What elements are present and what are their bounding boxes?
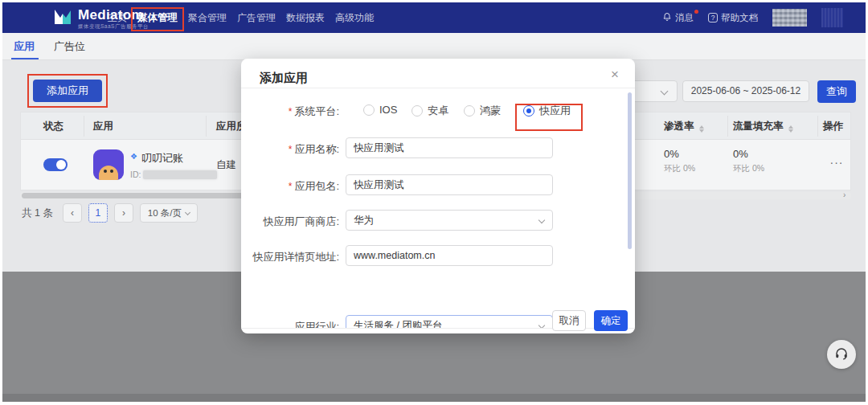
platform-label: *系统平台: xyxy=(289,104,339,119)
app-name-input[interactable] xyxy=(346,137,553,158)
col-fill-rate[interactable]: 流量填充率 xyxy=(733,112,793,140)
top-nav: Mediatom 媒体变现SaaS广告服务平台 主页 媒体管理 聚合管理 广告管… xyxy=(2,2,866,33)
prev-page-button[interactable]: ‹ xyxy=(63,203,82,223)
add-app-modal: 添加应用 × *系统平台: IOS 安卓 鸿蒙 快应用 *应用名 xyxy=(241,59,635,333)
pagination: 共 1 条 ‹ 1 › 10 条/页 xyxy=(22,203,198,223)
question-icon: ? xyxy=(708,13,718,22)
penetration-cell: 0% 环比 0% xyxy=(664,148,695,174)
package-input[interactable] xyxy=(346,174,553,195)
store-label: 快应用厂商商店: xyxy=(263,215,339,229)
owner-value: 自建 xyxy=(216,158,236,172)
nav-item-reports[interactable]: 数据报表 xyxy=(286,11,325,25)
col-penetration[interactable]: 渗透率 xyxy=(664,112,704,140)
chevron-down-icon xyxy=(661,88,669,96)
nav-menu: 主页 媒体管理 聚合管理 广告管理 数据报表 高级功能 xyxy=(108,2,374,33)
radio-icon xyxy=(363,104,375,116)
active-tab-underline xyxy=(11,58,39,59)
add-app-button[interactable]: 添加应用 xyxy=(33,80,102,102)
messages-button[interactable]: 消息 xyxy=(662,12,694,24)
store-select[interactable]: 华为 xyxy=(346,210,553,231)
total-count-label: 共 1 条 xyxy=(22,207,53,220)
app-name-label: *应用名称: xyxy=(289,142,339,157)
quickapp-icon: ❖ xyxy=(130,152,137,161)
modal-body: *系统平台: IOS 安卓 鸿蒙 快应用 *应用名称: *应用包名: xyxy=(241,88,635,328)
app-icon xyxy=(93,149,124,180)
cancel-button[interactable]: 取消 xyxy=(552,310,586,331)
scroll-right-icon[interactable]: › xyxy=(843,190,845,199)
unread-badge xyxy=(694,10,698,14)
support-headset-button[interactable] xyxy=(827,340,856,369)
headset-icon xyxy=(834,346,849,363)
col-app: 应用 xyxy=(93,112,113,140)
radio-ios[interactable]: IOS xyxy=(363,104,397,116)
nav-item-media[interactable]: 媒体管理 xyxy=(137,11,178,25)
app-id-redacted xyxy=(143,170,217,179)
confirm-button[interactable]: 确定 xyxy=(594,310,628,331)
page-1-button[interactable]: 1 xyxy=(88,203,108,223)
chevron-down-icon xyxy=(185,209,190,215)
page-size-select[interactable]: 10 条/页 xyxy=(140,203,198,223)
detail-url-label: 快应用详情页地址: xyxy=(252,250,339,264)
tab-bar: 应用 广告位 xyxy=(2,33,866,60)
window-bottom-strip xyxy=(2,394,866,402)
nav-utilities: 消息 ? 帮助文档 xyxy=(662,2,843,33)
chevron-down-icon xyxy=(538,217,545,223)
tab-ad-slots[interactable]: 广告位 xyxy=(54,33,85,59)
chevron-down-icon xyxy=(538,322,545,328)
radio-selected-icon xyxy=(523,105,534,117)
radio-quickapp[interactable]: 快应用 xyxy=(523,104,571,118)
next-page-button[interactable]: › xyxy=(114,203,133,223)
date-range-picker[interactable]: 2025-06-06 ~ 2025-06-12 xyxy=(682,80,809,102)
modal-scrollbar[interactable] xyxy=(628,92,632,249)
industry-label: 应用行业: xyxy=(294,320,339,328)
col-actions: 操作 xyxy=(823,112,843,140)
nav-item-advanced[interactable]: 高级功能 xyxy=(335,11,374,25)
detail-url-input[interactable] xyxy=(346,245,553,266)
messages-label: 消息 xyxy=(675,12,694,24)
screenshot-root: Mediatom 媒体变现SaaS广告服务平台 主页 媒体管理 聚合管理 广告管… xyxy=(0,0,868,405)
tab-applications[interactable]: 应用 xyxy=(14,33,35,59)
radio-icon xyxy=(411,105,423,117)
status-toggle[interactable] xyxy=(43,158,68,171)
more-actions-button[interactable]: ··· xyxy=(825,156,849,169)
account-menu[interactable] xyxy=(821,8,843,27)
nav-item-ads[interactable]: 广告管理 xyxy=(237,11,276,25)
logo-mark-icon xyxy=(53,8,72,29)
modal-title: 添加应用 xyxy=(260,71,308,86)
radio-android[interactable]: 安卓 xyxy=(411,104,448,118)
fill-rate-cell: 0% 环比 0% xyxy=(733,148,764,174)
sort-icon[interactable] xyxy=(699,125,704,133)
industry-select[interactable]: 生活服务 / 团购平台 xyxy=(346,315,553,328)
nav-item-aggregation[interactable]: 聚合管理 xyxy=(188,11,227,25)
app-name: 叨叨记账 xyxy=(141,151,183,166)
package-label: *应用包名: xyxy=(289,179,339,194)
app-window: Mediatom 媒体变现SaaS广告服务平台 主页 媒体管理 聚合管理 广告管… xyxy=(2,2,866,394)
avatar[interactable] xyxy=(772,9,807,27)
help-docs-label: 帮助文档 xyxy=(721,12,758,24)
query-button[interactable]: 查询 xyxy=(817,80,856,103)
nav-item-home[interactable]: 主页 xyxy=(108,11,127,25)
app-id-prefix: ID: xyxy=(130,170,141,179)
help-docs-button[interactable]: ? 帮助文档 xyxy=(708,12,758,24)
close-icon[interactable]: × xyxy=(611,67,619,83)
sort-icon[interactable] xyxy=(788,125,793,133)
bell-icon xyxy=(662,12,672,23)
radio-icon xyxy=(464,105,475,117)
col-status: 状态 xyxy=(43,112,63,140)
radio-harmony[interactable]: 鸿蒙 xyxy=(464,104,501,118)
